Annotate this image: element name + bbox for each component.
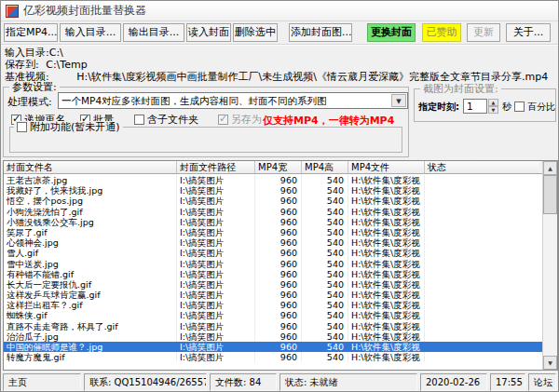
col-cover-path[interactable]: 封面文件路径 xyxy=(177,161,255,173)
checkbox-save-as[interactable]: 另存为 xyxy=(218,114,262,126)
date-display: 2020-02-26 xyxy=(420,373,487,391)
mode-dropdown[interactable]: 一个MP4对应多张封面图，生成内容相同、封面不同的系列图 ▼ xyxy=(58,92,408,109)
home-link[interactable]: 主页 xyxy=(3,373,81,391)
table-cell xyxy=(425,175,539,185)
table-row[interactable]: 雪中送炭.jpgI:\搞笑图片960540H:\软件集\度彩视 xyxy=(4,259,542,269)
table-cell: H:\软件集\度彩视 xyxy=(348,342,425,352)
table-cell: H:\软件集\度彩视 xyxy=(348,248,425,258)
about-button[interactable]: 关于... xyxy=(506,23,551,42)
table-row[interactable]: 中国的催眠师是谁？.jpgI:\搞笑图片960540H:\软件集\度彩视 xyxy=(4,342,542,352)
specify-mp4-button[interactable]: 指定MP4... xyxy=(4,23,58,42)
output-dir-button[interactable]: 输出目录... xyxy=(123,23,184,42)
table-cell: I:\搞笑图片 xyxy=(177,342,255,352)
scrollbar-thumb[interactable] xyxy=(543,175,557,214)
col-mp4-width[interactable]: MP4宽 xyxy=(255,161,302,173)
col-mp4-file[interactable]: MP4文件 xyxy=(348,161,425,173)
read-cover-button[interactable]: 读入封面 xyxy=(186,23,231,42)
table-cell xyxy=(425,185,539,196)
table-cell: I:\搞笑图片 xyxy=(177,185,255,196)
table-row[interactable]: 雪人.gifI:\搞笑图片960540H:\软件集\度彩视 xyxy=(4,248,542,258)
col-mp4-height[interactable]: MP4高 xyxy=(302,161,348,173)
table-cell: 540 xyxy=(302,352,348,362)
table-cell: 960 xyxy=(255,321,302,331)
table-cell: 540 xyxy=(302,269,348,279)
table-row[interactable]: 转魔方魔鬼.gifI:\搞笑图片960540H:\软件集\度彩视 xyxy=(4,352,542,362)
table-row[interactable]: 悟空，摆个pos.jpgI:\搞笑图片960540H:\软件集\度彩视 xyxy=(4,196,542,206)
scroll-up-icon[interactable]: ▲ xyxy=(543,161,557,175)
table-cell: 960 xyxy=(255,227,302,237)
checkbox-extra-features[interactable]: 附加功能(暂未开通) xyxy=(14,121,123,133)
table-cell: I:\搞笑图片 xyxy=(177,237,255,248)
app-icon xyxy=(6,5,19,18)
update-button[interactable]: 更新 xyxy=(467,23,500,42)
time-display: 17:55 xyxy=(490,373,525,391)
table-cell: 960 xyxy=(255,290,302,300)
table-cell: H:\软件集\度彩视 xyxy=(348,279,425,290)
col-cover-name[interactable]: 封面文件名 xyxy=(4,161,177,173)
input-dir-button[interactable]: 输入目录... xyxy=(60,23,121,42)
table-row[interactable]: 治治瓜子.jpgI:\搞笑图片960540H:\软件集\度彩视 xyxy=(4,331,542,342)
table-cell: 960 xyxy=(255,217,302,227)
save-to-row: 保存到: C:\Temp xyxy=(5,59,88,71)
checkbox-box xyxy=(218,115,228,125)
table-row[interactable]: 笑尿了.gifI:\搞笑图片960540H:\软件集\度彩视 xyxy=(4,227,542,237)
checkbox-box xyxy=(17,122,27,132)
sponsored-button[interactable]: 已赞助 xyxy=(422,23,461,42)
save-to-value: C:\Temp xyxy=(46,59,87,71)
table-cell xyxy=(425,207,539,217)
table-cell: H:\软件集\度彩视 xyxy=(348,227,425,237)
table-cell: I:\搞笑图片 xyxy=(177,300,255,310)
table-cell: 中国的催眠师是谁？.jpg xyxy=(4,342,177,352)
table-cell: H:\软件集\度彩视 xyxy=(348,207,425,217)
params-group-title: 参数设置: xyxy=(9,81,60,93)
checkbox-label: 附加功能(暂未开通) xyxy=(30,121,120,133)
checkbox-include-subfolders[interactable]: 含子文件夹 xyxy=(134,114,198,126)
add-cover-button[interactable]: 添加封面图... xyxy=(289,23,352,42)
table-cell: H:\软件集\度彩视 xyxy=(348,290,425,300)
vertical-scrollbar[interactable]: ▲ ▼ xyxy=(542,161,557,370)
forum-link[interactable]: 论坛 xyxy=(528,373,556,391)
table-cell: I:\搞笑图片 xyxy=(177,279,255,290)
table-row[interactable]: 小猫没钱乘公交车.jpgI:\搞笑图片960540H:\软件集\度彩视 xyxy=(4,217,542,227)
table-row[interactable]: 长大后一定要报仇.gifI:\搞笑图片960540H:\软件集\度彩视 xyxy=(4,279,542,290)
spin-down-icon[interactable]: ▼ xyxy=(488,106,498,114)
table-row[interactable]: 直路不走走弯路，杯具了.gifI:\搞笑图片960540H:\软件集\度彩视 xyxy=(4,321,542,331)
table-cell: 960 xyxy=(255,331,302,342)
params-group: 参数设置: 处理模式: 一个MP4对应多张封面图，生成内容相同、封面不同的系列图… xyxy=(3,87,409,157)
table-cell: 960 xyxy=(255,342,302,352)
table-cell: I:\搞笑图片 xyxy=(177,227,255,237)
checkbox-percent[interactable]: 百分比 xyxy=(514,101,555,113)
table-cell: I:\搞笑图片 xyxy=(177,290,255,300)
table-cell xyxy=(425,300,539,310)
time-input[interactable]: 1 xyxy=(463,99,487,114)
col-status[interactable]: 状态 xyxy=(425,161,539,173)
save-to-label: 保存到: xyxy=(5,59,39,71)
table-cell xyxy=(425,259,539,269)
table-cell: I:\搞笑图片 xyxy=(177,217,255,227)
mp4-only-warning: 仅支持MP4，一律转为MP4 xyxy=(263,114,394,128)
table-cell xyxy=(425,352,539,362)
delete-selected-button[interactable]: 删除选中 xyxy=(233,23,278,42)
table-cell: 雪人.gif xyxy=(4,248,177,258)
table-row[interactable]: 心领神会.jpgI:\搞笑图片960540H:\软件集\度彩视 xyxy=(4,237,542,248)
table-cell: I:\搞笑图片 xyxy=(177,248,255,258)
table-cell: 960 xyxy=(255,248,302,258)
table-row[interactable]: 这样拦出租车？.gifI:\搞笑图片960540H:\软件集\度彩视 xyxy=(4,300,542,310)
scroll-down-icon[interactable]: ▼ xyxy=(543,356,557,370)
table-cell xyxy=(425,227,539,237)
table-row[interactable]: 我藏好了，快来找我.jpgI:\搞笑图片960540H:\软件集\度彩视 xyxy=(4,185,542,196)
table-row[interactable]: 蜘蛛侠.gifI:\搞笑图片960540H:\软件集\度彩视 xyxy=(4,310,542,320)
chevron-down-icon[interactable]: ▼ xyxy=(391,94,406,107)
table-cell: 540 xyxy=(302,290,348,300)
table-row[interactable]: 这样发乒乓球肯定赢.gifI:\搞笑图片960540H:\软件集\度彩视 xyxy=(4,290,542,300)
time-value: 1 xyxy=(467,101,473,112)
replace-cover-button[interactable]: 更换封面 xyxy=(367,23,416,42)
table-row[interactable]: 小狗洗澡洗怕了.gifI:\搞笑图片960540H:\软件集\度彩视 xyxy=(4,207,542,217)
table-cell: H:\软件集\度彩视 xyxy=(348,310,425,320)
spin-up-icon[interactable]: ▲ xyxy=(488,99,498,106)
table-row[interactable]: 有种错不能错.gifI:\搞笑图片960540H:\软件集\度彩视 xyxy=(4,269,542,279)
status-bar: 主页 联系: QQ15104946/2655780380。 文件数: 84 状态… xyxy=(3,373,556,391)
table-cell: 540 xyxy=(302,259,348,269)
table-cell xyxy=(425,342,539,352)
table-row[interactable]: 王老吉凉茶.jpgI:\搞笑图片960540H:\软件集\度彩视 xyxy=(4,175,542,185)
